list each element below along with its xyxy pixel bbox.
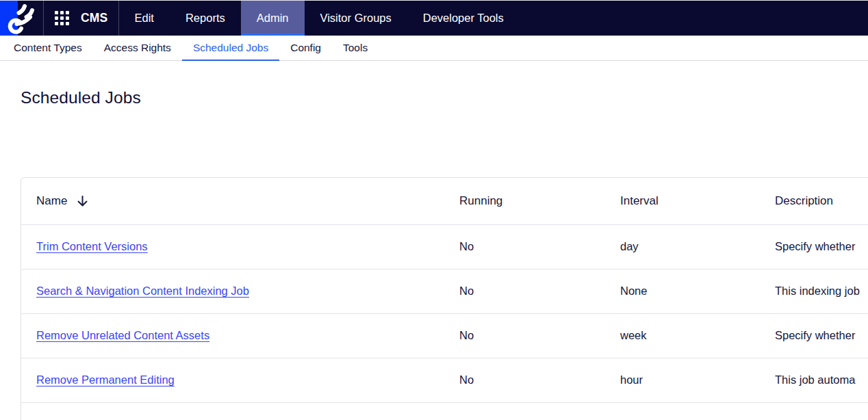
topbar-divider: [43, 1, 44, 36]
column-header-description[interactable]: Description: [760, 178, 868, 224]
page-title: Scheduled Jobs: [21, 88, 868, 107]
scheduled-jobs-table: Name Running Interval Description Trim C…: [21, 178, 868, 420]
sort-descending-arrow-icon: [76, 194, 89, 208]
topnav-item-edit[interactable]: Edit: [119, 1, 170, 36]
app-switcher-grid-icon[interactable]: [55, 11, 69, 25]
job-link-remove-permanent-editing[interactable]: Remove Permanent Editing: [36, 373, 175, 386]
main-content: Scheduled Jobs Name Running: [0, 61, 868, 420]
job-link-search-navigation-indexing[interactable]: Search & Navigation Content Indexing Job: [36, 285, 249, 297]
tab-scheduled-jobs[interactable]: Scheduled Jobs: [182, 36, 279, 60]
description-value: Specify whether: [760, 224, 868, 269]
table-header-row: Name Running Interval Description: [21, 178, 868, 224]
table-row-partial: [21, 402, 868, 420]
interval-value: None: [605, 269, 760, 313]
table-row: Remove Permanent Editing No hour This jo…: [21, 358, 868, 402]
description-value: Specify whether: [760, 313, 868, 358]
tab-access-rights[interactable]: Access Rights: [93, 36, 182, 60]
table-row: Search & Navigation Content Indexing Job…: [21, 269, 868, 313]
running-value: No: [444, 224, 605, 269]
tab-tools[interactable]: Tools: [332, 36, 379, 60]
running-value: No: [444, 313, 605, 358]
scheduled-jobs-table-card: Name Running Interval Description Trim C…: [21, 177, 868, 420]
topnav-item-admin[interactable]: Admin: [241, 1, 305, 36]
column-header-interval[interactable]: Interval: [605, 178, 760, 224]
top-menu: Edit Reports Admin Visitor Groups Develo…: [119, 1, 520, 36]
topnav-item-developer-tools[interactable]: Developer Tools: [407, 1, 520, 36]
top-navigation-bar: CMS Edit Reports Admin Visitor Groups De…: [0, 0, 868, 36]
interval-value: week: [605, 313, 760, 358]
job-link-trim-content-versions[interactable]: Trim Content Versions: [36, 240, 148, 252]
tab-config[interactable]: Config: [279, 36, 332, 60]
description-value: This job automa: [760, 358, 868, 402]
column-header-name[interactable]: Name: [21, 178, 444, 224]
column-header-name-label: Name: [36, 194, 67, 208]
optimizely-logo-icon: [5, 3, 36, 34]
running-value: No: [444, 269, 605, 313]
interval-value: day: [605, 224, 760, 269]
running-value: No: [444, 358, 605, 402]
job-link-remove-unrelated-content-assets[interactable]: Remove Unrelated Content Assets: [36, 329, 209, 341]
admin-tab-bar: Content Types Access Rights Scheduled Jo…: [0, 36, 868, 61]
product-name: CMS: [81, 11, 108, 25]
table-row: Remove Unrelated Content Assets No week …: [21, 313, 868, 358]
topnav-item-visitor-groups[interactable]: Visitor Groups: [305, 1, 407, 36]
topnav-item-reports[interactable]: Reports: [170, 1, 241, 36]
column-header-running[interactable]: Running: [444, 178, 605, 224]
table-row: Trim Content Versions No day Specify whe…: [21, 224, 868, 269]
description-value: This indexing job: [760, 269, 868, 313]
optimizely-logo[interactable]: [0, 1, 43, 36]
tab-content-types[interactable]: Content Types: [3, 36, 93, 60]
interval-value: hour: [605, 358, 760, 402]
